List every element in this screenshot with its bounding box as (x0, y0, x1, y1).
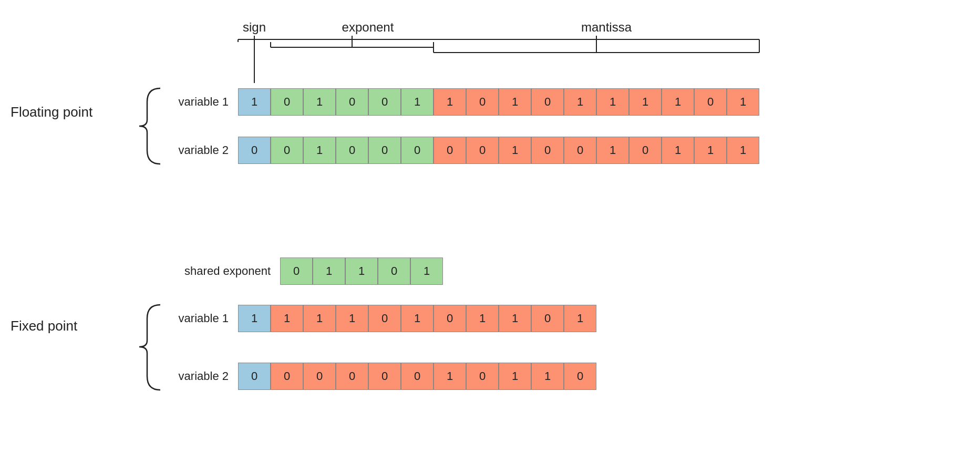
diagram-svg: sign exponent mantissa (0, 0, 980, 453)
header-exponent: exponent (342, 20, 394, 34)
diagram-container: Floating point variable 1 10100110101111… (0, 0, 980, 453)
header-mantissa: mantissa (581, 20, 632, 34)
header-sign: sign (243, 20, 266, 34)
